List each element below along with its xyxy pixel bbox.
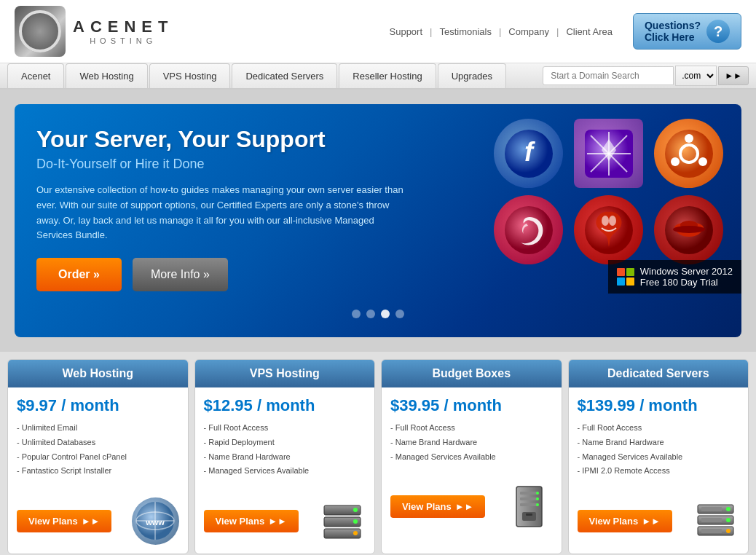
questions-button[interactable]: Questions?Click Here ?: [633, 13, 741, 50]
domain-search-input[interactable]: [543, 66, 674, 85]
windows-badge-line1: Windows Server 2012: [640, 266, 733, 277]
card-web-hosting-features: - Unlimited Email - Unlimited Databases …: [17, 421, 179, 479]
svg-rect-34: [520, 492, 538, 495]
svg-point-31: [353, 519, 358, 524]
card-vps-hosting-price: $12.95 / month: [204, 396, 366, 415]
dot-1[interactable]: [352, 310, 361, 318]
svg-point-12: [698, 157, 707, 166]
tab-web-hosting[interactable]: Web Hosting: [66, 63, 147, 88]
main-nav: Acenet Web Hosting VPS Hosting Dedicated…: [0, 63, 756, 90]
product-cards: Web Hosting $9.97 / month - Unlimited Em…: [0, 352, 756, 555]
web-hosting-img: www: [132, 497, 179, 545]
win-logo-blue: [617, 278, 625, 286]
dot-3[interactable]: [381, 310, 390, 318]
card-budget-boxes-features: - Full Root Access - Name Brand Hardware…: [390, 421, 553, 464]
card-vps-hosting: VPS Hosting $12.95 / month - Full Root A…: [194, 359, 376, 554]
nav-tabs: Acenet Web Hosting VPS Hosting Dedicated…: [7, 63, 508, 88]
vps-hosting-img: [318, 497, 366, 545]
windows-logo: [617, 268, 634, 286]
svg-point-0: [20, 11, 60, 52]
card-dedicated-servers-body: $139.99 / month - Full Root Access - Nam…: [569, 387, 749, 492]
logo-area: ACENET HOSTING: [15, 6, 173, 57]
svg-point-17: [609, 216, 616, 226]
os-debian-icon: [494, 195, 563, 264]
os-ubuntu-icon: [654, 119, 723, 188]
svg-rect-35: [520, 497, 538, 500]
svg-point-45: [726, 507, 731, 511]
hero-body: Our extensive collection of how-to guide…: [36, 183, 412, 243]
svg-point-39: [536, 503, 539, 506]
svg-rect-48: [701, 507, 722, 511]
nav-client-area[interactable]: Client Area: [560, 26, 618, 37]
hero-buttons: Order » More Info »: [36, 258, 412, 291]
dot-2[interactable]: [366, 310, 375, 318]
svg-point-30: [353, 508, 358, 512]
view-plans-vps-hosting[interactable]: View Plans ►►: [204, 510, 299, 532]
tab-vps-hosting[interactable]: VPS Hosting: [149, 63, 231, 88]
win-logo-yellow: [626, 278, 634, 286]
nav-testimonials[interactable]: Testimonials: [433, 26, 497, 37]
hero-content: Your Server, Your Support Do-It-Yourself…: [36, 126, 412, 291]
logo-brand: ACENET: [73, 17, 173, 36]
top-nav-right: Support | Testimonials | Company | Clien…: [384, 13, 742, 50]
tab-dedicated-servers[interactable]: Dedicated Servers: [232, 63, 337, 88]
windows-badge-line2: Free 180 Day Trial: [640, 277, 733, 288]
domain-ext-select[interactable]: .com.net.org: [675, 66, 717, 86]
budget-boxes-img: [505, 483, 553, 530]
card-budget-boxes-header: Budget Boxes: [382, 360, 562, 387]
more-info-button[interactable]: More Info »: [133, 258, 228, 291]
dedicated-servers-img: [692, 497, 739, 545]
domain-search-button[interactable]: ►►: [718, 66, 749, 85]
svg-point-14: [505, 206, 553, 254]
card-budget-boxes: Budget Boxes $39.95 / month - Full Root …: [381, 359, 562, 554]
logo-text: ACENET HOSTING: [73, 17, 173, 45]
top-nav-links: Support | Testimonials | Company | Clien…: [384, 26, 618, 37]
card-vps-hosting-body: $12.95 / month - Full Root Access - Rapi…: [195, 387, 375, 492]
view-plans-dedicated-servers[interactable]: View Plans ►►: [578, 510, 672, 532]
card-vps-hosting-features: - Full Root Access - Rapid Deployment - …: [204, 421, 366, 479]
card-dedicated-servers-features: - Full Root Access - Name Brand Hardware…: [578, 421, 740, 479]
tab-upgrades[interactable]: Upgrades: [438, 63, 506, 88]
win-logo-green: [626, 268, 634, 276]
domain-search: .com.net.org ►►: [543, 66, 749, 86]
nav-company[interactable]: Company: [503, 26, 555, 37]
tab-reseller-hosting[interactable]: Reseller Hosting: [339, 63, 436, 88]
svg-rect-49: [701, 518, 722, 522]
svg-point-13: [671, 157, 680, 166]
hero-subtitle: Do-It-Yourself or Hire it Done: [36, 157, 412, 172]
card-web-hosting: Web Hosting $9.97 / month - Unlimited Em…: [7, 359, 189, 554]
hero-dots: [36, 302, 720, 322]
view-plans-budget-boxes[interactable]: View Plans ►►: [390, 495, 485, 518]
tab-acenet[interactable]: Acenet: [7, 63, 64, 88]
card-budget-boxes-footer: View Plans ►►: [382, 477, 562, 539]
card-budget-boxes-price: $39.95 / month: [390, 396, 553, 415]
card-dedicated-servers: Dedicated Servers $139.99 / month - Full…: [568, 359, 749, 554]
view-plans-web-hosting[interactable]: View Plans ►►: [17, 510, 111, 532]
card-web-hosting-price: $9.97 / month: [17, 396, 179, 415]
order-button[interactable]: Order »: [36, 258, 122, 291]
card-budget-boxes-body: $39.95 / month - Full Root Access - Name…: [382, 387, 562, 477]
card-web-hosting-footer: View Plans ►► www: [8, 492, 188, 554]
os-redhat-icon: [654, 195, 723, 264]
card-dedicated-servers-price: $139.99 / month: [578, 396, 740, 415]
svg-rect-50: [701, 529, 722, 533]
nav-support[interactable]: Support: [384, 26, 429, 37]
nav-sep-2: |: [499, 26, 501, 37]
dot-4[interactable]: [395, 310, 404, 318]
svg-rect-40: [522, 512, 536, 521]
os-freebsd-icon: [574, 195, 643, 264]
svg-rect-41: [526, 513, 532, 516]
svg-point-46: [726, 518, 731, 522]
svg-point-16: [602, 216, 609, 226]
question-icon: ?: [706, 20, 730, 43]
hero-section: Your Server, Your Support Do-It-Yourself…: [0, 90, 756, 352]
svg-point-37: [536, 492, 539, 495]
card-web-hosting-body: $9.97 / month - Unlimited Email - Unlimi…: [8, 387, 188, 492]
hero-banner: Your Server, Your Support Do-It-Yourself…: [15, 104, 741, 337]
questions-label: Questions?Click Here: [645, 20, 701, 43]
windows-badge-text: Windows Server 2012 Free 180 Day Trial: [640, 266, 733, 288]
svg-point-21: [673, 226, 705, 233]
top-bar: ACENET HOSTING Support | Testimonials | …: [0, 0, 756, 63]
card-vps-hosting-footer: View Plans ►►: [195, 492, 375, 554]
os-centos-icon: [574, 119, 643, 188]
